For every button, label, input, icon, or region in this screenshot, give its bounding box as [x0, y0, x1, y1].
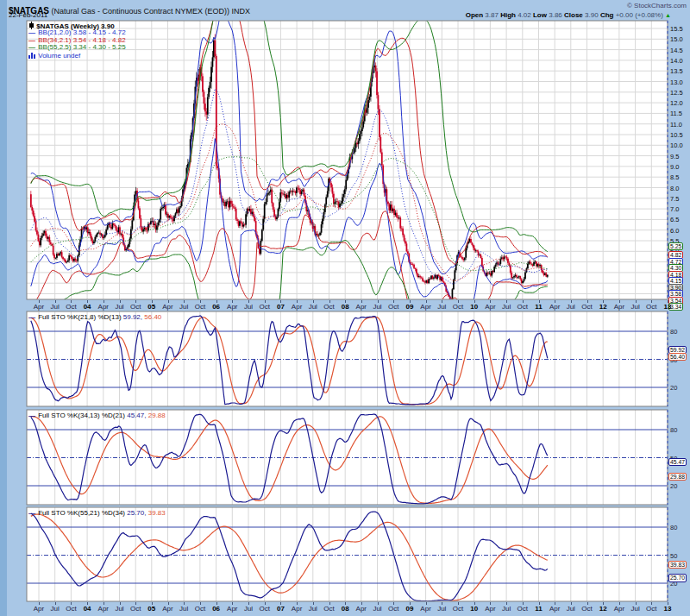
high-value: 4.02 [518, 11, 531, 19]
low-value: 3.86 [549, 11, 562, 19]
stoch3-line-swatch: — [28, 510, 36, 517]
chart-date: 22-Feb-2011 [9, 11, 47, 19]
price-axis-tick: 13.0 [670, 79, 683, 86]
stockcharts-page: { "header": { "symbol": "$NATGAS", "titl… [0, 0, 690, 616]
stoch-value-box: 25.70 [668, 574, 687, 581]
bb55-line-swatch: — [28, 44, 36, 51]
stoch2-line-swatch: — [28, 412, 36, 419]
stoch-axis-tick: 80 [670, 524, 677, 531]
price-axis-tick: 6.0 [670, 227, 679, 235]
volume-bars-icon [28, 52, 36, 59]
price-axis-tick: 11.0 [670, 121, 682, 129]
price-axis-tick: 9.0 [670, 163, 679, 171]
stoch-axis-tick: 20 [670, 384, 677, 392]
close-label: Close [564, 11, 583, 19]
legend-volume-text: Volume undef [38, 52, 80, 60]
open-label: Open [466, 11, 483, 19]
stoch2-label: Full STO %K(34,13) %D(21) [38, 412, 125, 419]
price-axis-tick: 10.5 [670, 131, 683, 139]
stoch-value-box: 45.47 [668, 458, 687, 466]
bb21-line-swatch: — [28, 29, 36, 36]
legend-bb55-text: BB(55,2.5) 3.34 - 4.30 - 5.25 [38, 43, 125, 51]
price-axis-tick: 12.5 [670, 89, 683, 97]
legend-bb55-row: — BB(55,2.5) 3.34 - 4.30 - 5.25 [28, 44, 126, 51]
axis-value-box: 5.25 [668, 242, 683, 250]
stoch1-legend: — Full STO %K(21,8) %D(13) 59.92, 56.40 [28, 314, 161, 321]
high-label: High [500, 11, 516, 19]
price-axis-tick: 14.5 [670, 47, 683, 54]
close-value: 3.90 [585, 11, 599, 19]
left-edge-strip [0, 0, 7, 616]
stoch3-k-value: 25.70, [127, 509, 146, 517]
low-label: Low [533, 11, 547, 19]
stoch2-d-value: 29.88 [148, 412, 166, 419]
price-axis-tick: 6.5 [670, 216, 679, 223]
stoch3-legend: — Full STO %K(55,21) %D(34) 25.70, 39.83 [28, 510, 166, 517]
stoch3-d-value: 39.83 [148, 509, 166, 517]
stoch-axis-tick: 50 [670, 552, 677, 560]
chg-up-arrow-icon: ▲ [665, 12, 671, 18]
open-value: 3.87 [485, 11, 499, 19]
chg-value: +0.00 (+0.08%) [616, 11, 663, 19]
x-axis-year-label: 13 [658, 303, 677, 311]
stoch1-label: Full STO %K(21,8) %D(13) [38, 313, 121, 321]
price-axis-tick: 7.5 [670, 195, 679, 203]
stoch-axis-tick: 80 [670, 426, 677, 434]
ohlc-row: Open 3.87 High 4.02 Low 3.86 Close 3.90 … [466, 11, 671, 19]
price-axis-tick: 8.0 [670, 185, 679, 192]
stoch3-label: Full STO %K(55,21) %D(34) [38, 509, 125, 517]
price-axis-tick: 8.5 [670, 173, 679, 181]
stoch-value-box: 56.40 [668, 353, 687, 361]
price-axis-tick: 10.0 [670, 141, 683, 149]
copyright: © StockCharts.com [627, 2, 687, 9]
price-axis-tick: 15.0 [670, 35, 683, 43]
stoch-value-box: 39.83 [668, 561, 687, 569]
stoch1-k-value: 59.92, [123, 313, 142, 321]
price-axis-tick: 15.5 [670, 25, 683, 33]
price-axis-tick: 13.5 [670, 67, 683, 75]
stoch1-line-swatch: — [28, 314, 36, 321]
x-axis-year-label: 13 [658, 605, 677, 613]
stoch-axis-tick: 80 [670, 328, 677, 336]
price-axis-tick: 12.0 [670, 99, 683, 107]
stoch2-legend: — Full STO %K(34,13) %D(21) 45.47, 29.88 [28, 412, 166, 419]
price-axis-tick: 9.5 [670, 153, 679, 160]
stoch1-d-value: 56.40 [144, 313, 161, 321]
symbol-subtitle: (Natural Gas - Continuous Contract NYMEX… [49, 7, 250, 16]
chg-label: Chg [600, 11, 614, 19]
stoch-value-box: 29.88 [668, 473, 687, 481]
price-axis-tick: 14.0 [670, 57, 683, 65]
legend-volume-row: Volume undef [28, 52, 80, 60]
stoch2-k-value: 45.47, [127, 412, 146, 419]
stoch-axis-tick: 20 [670, 482, 677, 490]
price-axis-tick: 11.5 [670, 110, 682, 117]
price-axis-tick: 7.0 [670, 205, 679, 213]
